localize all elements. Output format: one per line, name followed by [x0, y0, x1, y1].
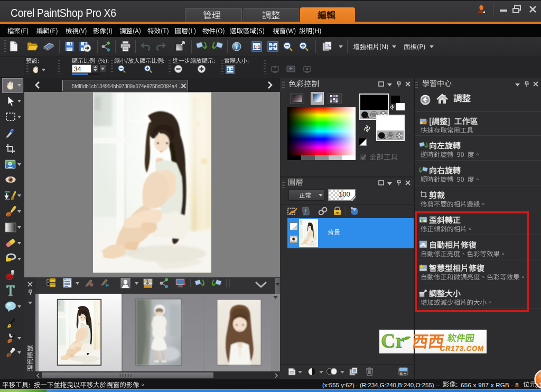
svg-text:1:1: 1:1: [253, 44, 260, 50]
svg-text:Cr: Cr: [381, 330, 404, 352]
svg-text:i: i: [236, 43, 238, 51]
svg-text:CR173.COM: CR173.COM: [440, 344, 484, 352]
svg-text:1:1: 1:1: [227, 67, 234, 72]
